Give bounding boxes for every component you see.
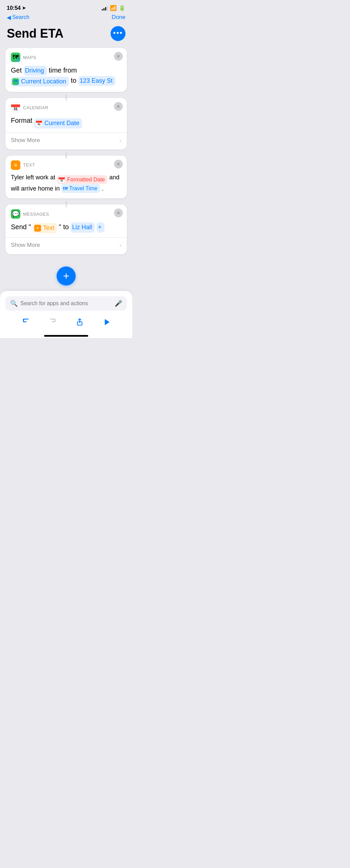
text-part3: .: [102, 185, 103, 192]
location-icon: ➤: [22, 5, 26, 11]
calendar-card-content: Format 31 Current Date: [11, 116, 121, 128]
text-part1: Tyler left work at: [11, 174, 55, 181]
close-icon: ✕: [116, 54, 120, 59]
messages-app-label: MESSAGES: [23, 212, 49, 217]
recipient-token[interactable]: Liz Hall: [71, 222, 95, 232]
page-title: Send ETA: [7, 26, 63, 41]
messages-chevron-icon: ›: [119, 242, 121, 249]
text-token-label: Text: [43, 224, 54, 232]
calendar-card: 31 CALENDAR ✕ Format 31 Current Date Sho…: [5, 98, 127, 149]
more-button[interactable]: •••: [111, 26, 125, 41]
messages-card-content: Send " ≡ Text " to Liz Hall +: [11, 222, 121, 233]
svg-marker-1: [105, 319, 110, 325]
redo-button[interactable]: [45, 315, 60, 330]
time-from-text: time from: [48, 66, 77, 74]
maps-card: 🗺 MAPS ✕ Get Driving time from 🗺 Current…: [5, 48, 127, 92]
microphone-icon[interactable]: 🎤: [115, 300, 122, 307]
text-card: ≡ TEXT ✕ Tyler left work at 31 Formatted…: [5, 156, 127, 199]
calendar-app-label: CALENDAR: [23, 105, 48, 110]
text-token[interactable]: ≡ Text: [33, 223, 57, 233]
current-location-token[interactable]: 🗺 Current Location: [11, 77, 69, 86]
text-close-button[interactable]: ✕: [114, 160, 123, 169]
quote-to-text: " to: [59, 223, 69, 231]
bar2: [103, 8, 104, 11]
title-row: Send ETA •••: [0, 23, 132, 48]
messages-show-more-label: Show More: [11, 242, 40, 249]
done-button[interactable]: Done: [112, 14, 125, 21]
to-text: to: [71, 77, 77, 84]
more-dots-icon: •••: [113, 29, 123, 38]
status-icons: 📶 🔋: [102, 5, 125, 11]
messages-icon: 💬: [11, 209, 20, 219]
time-label: 10:54: [7, 5, 21, 11]
text-token-icon: ≡: [34, 225, 41, 232]
back-button[interactable]: ◀ Search: [7, 14, 30, 21]
maps-icon: 🗺: [11, 53, 20, 62]
wifi-icon: 📶: [110, 5, 117, 11]
messages-card: 💬 MESSAGES ✕ Send " ≡ Text " to Liz Hall…: [5, 204, 127, 254]
send-label: Send ": [11, 223, 31, 231]
text-card-header: ≡ TEXT: [11, 160, 121, 170]
calendar-icon-num: 31: [14, 107, 18, 111]
maps-card-header: 🗺 MAPS: [11, 53, 121, 62]
address-label: 123 Easy St: [80, 77, 113, 85]
close-icon: ✕: [116, 104, 120, 109]
maps-app-label: MAPS: [23, 55, 36, 60]
back-label: Search: [12, 14, 30, 20]
add-recipient-icon: +: [98, 223, 102, 232]
add-recipient-button[interactable]: +: [97, 222, 104, 232]
recipient-label: Liz Hall: [72, 223, 92, 232]
travel-time-map-icon: 🗺: [63, 185, 68, 192]
messages-close-button[interactable]: ✕: [114, 209, 123, 217]
maps-get-text: Get: [11, 66, 22, 74]
driving-label: Driving: [25, 66, 44, 75]
undo-button[interactable]: [18, 315, 33, 330]
home-indicator: [5, 332, 127, 338]
current-date-token[interactable]: 31 Current Date: [34, 118, 82, 128]
text-card-content: Tyler left work at 31 Formatted Date and…: [11, 173, 121, 193]
calendar-show-more[interactable]: Show More ›: [11, 133, 121, 144]
calendar-close-button[interactable]: ✕: [114, 102, 123, 111]
connector-2: [66, 152, 66, 158]
signal-bars-icon: [102, 6, 108, 11]
bar3: [105, 7, 106, 11]
maps-close-button[interactable]: ✕: [114, 52, 123, 61]
formatted-date-cal-icon: 31: [58, 176, 65, 183]
current-location-label: Current Location: [21, 77, 66, 86]
current-date-label: Current Date: [44, 119, 79, 127]
formatted-date-label: Formatted Date: [67, 176, 105, 183]
text-app-icon: ≡: [11, 160, 20, 170]
text-app-label: TEXT: [23, 162, 35, 167]
add-button-area: +: [0, 260, 132, 291]
play-button[interactable]: [99, 315, 114, 330]
calendar-icon: 31: [11, 103, 20, 112]
cal-inline-icon: 31: [36, 120, 42, 127]
format-text: Format: [11, 117, 32, 124]
back-chevron-icon: ◀: [7, 14, 11, 21]
search-input[interactable]: [20, 300, 112, 307]
messages-card-header: 💬 MESSAGES: [11, 209, 121, 219]
close-icon: ✕: [116, 210, 120, 216]
calendar-card-header: 31 CALENDAR: [11, 103, 121, 112]
calendar-chevron-icon: ›: [119, 137, 121, 144]
add-plus-icon: +: [63, 271, 70, 281]
formatted-date-token[interactable]: 31 Formatted Date: [57, 175, 108, 184]
search-bar: 🔍 🎤: [5, 296, 127, 311]
cards-area: 🗺 MAPS ✕ Get Driving time from 🗺 Current…: [0, 48, 132, 260]
add-action-button[interactable]: +: [57, 267, 76, 285]
maps-card-content: Get Driving time from 🗺 Current Location…: [11, 65, 121, 86]
bottom-toolbar: [5, 311, 127, 332]
battery-icon: 🔋: [119, 5, 125, 11]
calendar-show-more-label: Show More: [11, 137, 40, 144]
share-button[interactable]: [72, 315, 87, 330]
search-section: 🔍 🎤: [0, 291, 132, 338]
home-bar: [44, 335, 88, 337]
search-icon: 🔍: [10, 300, 18, 307]
driving-token[interactable]: Driving: [24, 66, 47, 76]
status-time: 10:54 ➤: [7, 5, 26, 11]
messages-show-more[interactable]: Show More ›: [11, 238, 121, 249]
travel-time-token[interactable]: 🗺 Travel Time: [61, 184, 100, 193]
address-token[interactable]: 123 Easy St: [78, 76, 115, 86]
connector-3: [66, 201, 66, 207]
travel-time-label: Travel Time: [69, 185, 97, 192]
